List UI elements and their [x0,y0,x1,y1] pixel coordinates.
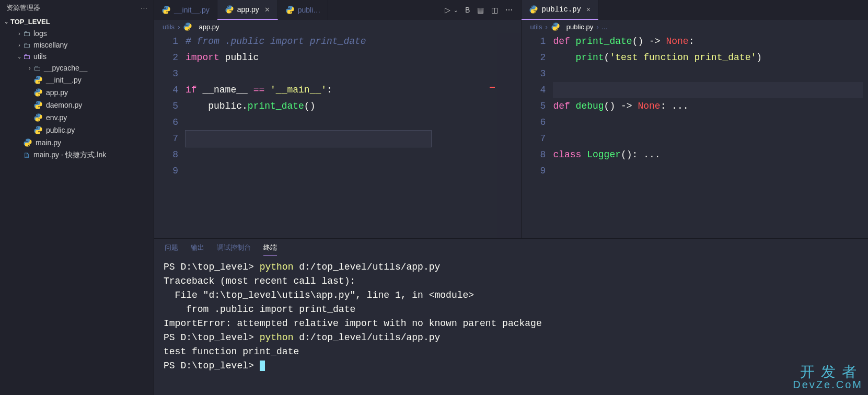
line-number: 2 [522,50,546,66]
line-number: 4 [154,82,178,98]
terminal[interactable]: PS D:\top_level> python d:/top_level/uti… [154,256,868,395]
more-icon[interactable]: ⋯ [141,4,147,12]
panel-tab-输出[interactable]: 输出 [191,243,204,256]
chevron-down-icon: ⌄ [4,19,8,25]
chevron-down-icon[interactable]: ⌄ [454,7,458,13]
tree-item-label: logs [33,29,47,38]
folder-icon: 🗀 [23,29,30,38]
tree-item-env.py[interactable]: env.py [0,111,154,124]
line-number: 1 [522,33,546,50]
python-icon [161,5,171,15]
run-icon[interactable]: ▷ [445,6,450,14]
code-line[interactable] [186,163,516,179]
folder-icon: 🗀 [33,64,41,72]
editor-pane-left: __init__.pyapp.py✕publi… ▷ ⌄ B ▦ ◫ ⋯ uti… [154,0,522,238]
split-icon[interactable]: ◫ [491,6,498,14]
code-lines[interactable]: # from .public import print_dateimport p… [186,33,521,238]
editors-row: __init__.pyapp.py✕publi… ▷ ⌄ B ▦ ◫ ⋯ uti… [154,0,868,238]
code-line[interactable] [186,114,516,131]
tree-item-miscellany[interactable]: ›🗀miscellany [0,39,154,51]
code-line[interactable] [553,66,863,82]
breadcrumb-current: app.py [199,23,219,31]
error-marker [490,87,495,88]
tree-item-__pycache__[interactable]: ›🗀__pycache__ [0,62,154,74]
line-number: 4 [522,82,546,98]
code-lines[interactable]: def print_date() -> None: print('test fu… [553,33,868,238]
tab-label: publi… [298,6,321,14]
code-editor-right[interactable]: 123456789 def print_date() -> None: prin… [522,33,868,238]
tree-item-main.py - 快捷方式.lnk[interactable]: 🗎main.py - 快捷方式.lnk [0,149,154,161]
tree-item-label: app.py [46,88,68,97]
code-editor-left[interactable]: 123456789 # from .public import print_da… [154,33,521,238]
minimap[interactable] [497,33,521,238]
terminal-line: Traceback (most recent call last): [164,274,859,288]
tree-item-label: main.py - 快捷方式.lnk [33,150,106,160]
close-icon[interactable]: ✕ [586,5,591,14]
tree-item-label: main.py [36,138,61,147]
terminal-line: PS D:\top_level> python d:/top_level/uti… [164,331,859,345]
file-tree: ›🗀logs›🗀miscellany⌄🗀utils›🗀__pycache____… [0,28,154,161]
tab-publi…[interactable]: publi… [278,0,329,20]
python-icon [225,5,234,14]
code-line[interactable]: def debug() -> None: ... [553,98,863,114]
code-line[interactable]: public.print_date() [186,98,516,114]
code-line[interactable] [553,131,863,147]
tree-item-utils[interactable]: ⌄🗀utils [0,51,154,62]
tree-item-label: public.py [46,126,75,134]
project-root[interactable]: ⌄ TOP_LEVEL [0,16,154,28]
code-line[interactable] [186,147,516,163]
terminal-line: File "d:\top_level\utils\app.py", line 1… [164,288,859,303]
more-icon[interactable]: ⋯ [505,6,513,14]
gutter: 123456789 [154,33,186,238]
code-line[interactable]: print('test function print_date') [553,50,863,66]
binary-icon[interactable]: ▦ [477,6,484,14]
code-line[interactable]: class Logger(): ... [553,147,863,163]
tab-public.py[interactable]: public.py✕ [522,0,598,20]
line-number: 6 [522,114,546,131]
panel-tab-终端[interactable]: 终端 [263,243,277,256]
python-icon [551,22,560,31]
tab-app.py[interactable]: app.py✕ [217,0,278,20]
tree-item-public.py[interactable]: public.py [0,124,154,136]
tab-label: app.py [237,5,259,14]
code-line[interactable] [186,131,516,147]
breadcrumb-right[interactable]: utils › public.py › ... [522,20,868,33]
breadcrumb-segment: utils [530,23,542,31]
tree-item-main.py[interactable]: main.py [0,136,154,149]
line-number: 1 [154,33,178,50]
code-line[interactable]: # from .public import print_date [186,33,516,50]
breadcrumb-left[interactable]: utils › app.py [154,20,521,33]
line-number: 5 [522,98,546,114]
code-line[interactable] [553,163,863,179]
python-icon [33,100,43,110]
tree-item-label: miscellany [33,41,67,49]
tree-item-label: __init__.py [46,76,82,84]
code-line[interactable] [553,82,863,98]
code-line[interactable]: def print_date() -> None: [553,33,863,50]
panel-tab-调试控制台[interactable]: 调试控制台 [217,243,251,256]
explorer-header: 资源管理器 ⋯ [0,0,154,16]
code-line[interactable] [186,66,516,82]
terminal-cursor [260,361,265,371]
line-number: 7 [154,131,178,147]
code-line[interactable]: import public [186,50,516,66]
tab-actions: ▷ ⌄ B ▦ ◫ ⋯ [445,0,521,20]
code-line[interactable]: if __name__ == '__main__': [186,82,516,98]
tree-item-__init__.py[interactable]: __init__.py [0,74,154,86]
main-area: __init__.pyapp.py✕publi… ▷ ⌄ B ▦ ◫ ⋯ uti… [154,0,868,395]
panel-tab-问题[interactable]: 问题 [165,243,178,256]
tree-item-label: utils [33,52,47,61]
code-line[interactable] [553,114,863,131]
close-icon[interactable]: ✕ [264,6,270,14]
tree-item-logs[interactable]: ›🗀logs [0,28,154,39]
line-number: 9 [154,163,178,179]
tab-__init__.py[interactable]: __init__.py [154,0,217,20]
chevron-icon: › [16,42,23,48]
tree-item-daemon.py[interactable]: daemon.py [0,99,154,111]
bold-icon[interactable]: B [465,6,470,14]
python-icon [285,5,295,15]
watermark: 开发者 DevZe.CoM [793,365,863,390]
explorer-title: 资源管理器 [6,3,40,13]
tree-item-app.py[interactable]: app.py [0,86,154,99]
watermark-en: DevZe.CoM [793,379,863,390]
